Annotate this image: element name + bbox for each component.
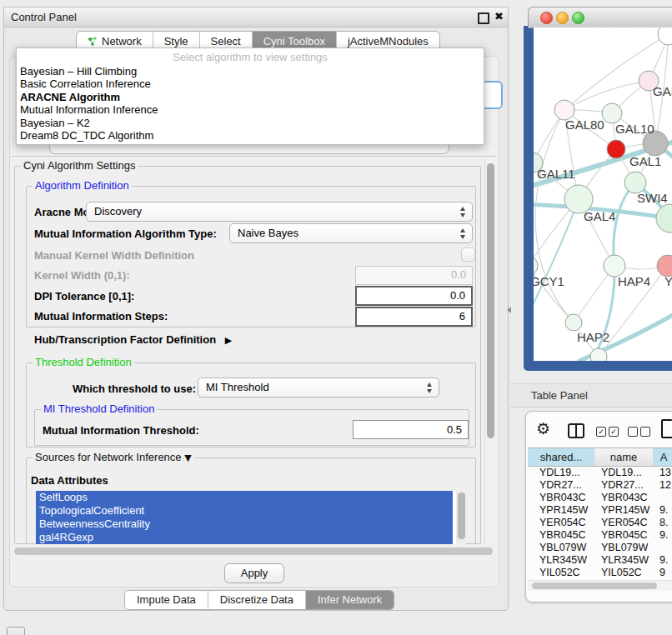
column-header-a[interactable]: A — [653, 448, 672, 467]
bottom-tab-impute-data[interactable]: Impute Data — [125, 591, 208, 609]
cell: 13 — [659, 467, 671, 479]
scrollbar-thumb[interactable] — [14, 548, 493, 555]
network-node[interactable] — [590, 348, 607, 361]
scrollbar-thumb[interactable] — [487, 163, 494, 438]
attribute-list-scrollbar[interactable] — [456, 491, 466, 544]
table-panel: ⚙ ✓ ✓ shared...nameA YDL19...YDL19...13Y… — [525, 411, 672, 602]
dpi-tolerance-label: DPI Tolerance [0,1]: — [34, 290, 134, 302]
algorithm-option-bayesian-k2[interactable]: Bayesian – K2 — [17, 117, 484, 129]
cell: YPR145W — [601, 504, 649, 517]
attribute-item-topologicalcoefficient[interactable]: TopologicalCoefficient — [36, 504, 453, 518]
node-label-gal11: GAL11 — [537, 167, 575, 181]
close-traffic-light-icon[interactable] — [540, 12, 553, 24]
scrollbar-thumb[interactable] — [532, 582, 657, 589]
cyni-bottom-tabs: Impute DataDiscretize DataInfer Network — [124, 590, 394, 610]
corner-button[interactable] — [7, 627, 25, 635]
settings-horizontal-scrollbar[interactable] — [13, 546, 496, 556]
hub-expander[interactable]: Hub/Transcription Factor Definition ▶ — [34, 333, 232, 346]
table-panel-header: Table Panel — [510, 383, 672, 408]
table-row[interactable]: YDL19...YDL19...13 — [528, 467, 672, 479]
table-row[interactable]: YER054CYER054C8. — [528, 517, 672, 529]
mi-threshold-title: MI Threshold Definition — [41, 403, 157, 415]
table-row[interactable]: YPR145WYPR145W9. — [528, 504, 672, 517]
apply-button[interactable]: Apply — [224, 563, 284, 583]
network-canvas[interactable]: GALGAL80GAL10GAL1GAL11SWI4GAL4GCY1HAP4YH… — [534, 28, 672, 361]
aracne-mode-combo[interactable]: Discovery — [86, 202, 473, 222]
network-node-gcy1[interactable] — [534, 256, 538, 276]
scrollbar-thumb[interactable] — [458, 492, 465, 539]
bottom-tab-discretize-data[interactable]: Discretize Data — [208, 591, 306, 609]
manual-kernel-checkbox[interactable] — [461, 248, 475, 262]
cell: 9 — [659, 567, 665, 576]
algorithm-option-bayesian-hill-climbing[interactable]: Bayesian – Hill Climbing — [17, 65, 484, 78]
hub-expander-label: Hub/Transcription Factor Definition — [34, 333, 216, 346]
table-row[interactable]: YLR345WYLR345W9. — [528, 554, 672, 567]
combo-stepper-icon — [427, 382, 433, 393]
cell: 9. — [659, 504, 668, 517]
algorithm-option-dream8-dc-tdc-algorithm[interactable]: Dream8 DC_TDC Algorithm — [17, 129, 484, 142]
network-edge — [534, 199, 579, 314]
node-label-hap4: HAP4 — [618, 274, 650, 288]
algorithm-option-aracne-algorithm[interactable]: ARACNE Algorithm — [17, 91, 484, 103]
control-panel-titlebar: Control Panel ✖ — [4, 8, 508, 28]
zoom-traffic-light-icon[interactable] — [572, 12, 584, 24]
cell: YBL079W — [601, 542, 648, 554]
gear-icon[interactable]: ⚙ — [536, 419, 550, 438]
cell: 12 — [659, 479, 671, 492]
data-attributes-list: SelfLoopsTopologicalCoefficientBetweenne… — [36, 491, 466, 544]
table-row[interactable]: YBL079WYBL079W — [528, 542, 672, 554]
algorithm-option-mutual-information-inference[interactable]: Mutual Information Inference — [17, 103, 484, 116]
node-label-swi4: SWI4 — [637, 191, 668, 205]
kernel-width-value: 0.0 — [451, 268, 466, 281]
kernel-width-label: Kernel Width (0,1): — [34, 269, 130, 282]
network-node-gal1[interactable] — [607, 140, 625, 158]
close-panel-icon[interactable]: ✖ — [494, 10, 504, 22]
attribute-item-selfloops[interactable]: SelfLoops — [36, 491, 453, 504]
sources-expander[interactable]: Sources for Network Inference ▼ — [33, 452, 194, 464]
column-header-name[interactable]: name — [594, 448, 654, 467]
cell: YER054C — [539, 517, 586, 529]
cell: YIL052C — [601, 567, 642, 576]
cell: YBL079W — [539, 542, 586, 554]
network-node-gal10[interactable] — [602, 103, 622, 123]
mi-threshold-label: Mutual Information Threshold: — [43, 424, 199, 437]
attribute-items: SelfLoopsTopologicalCoefficientBetweenne… — [36, 491, 466, 544]
mi-steps-label: Mutual Information Steps: — [34, 310, 168, 322]
network-node[interactable] — [658, 28, 672, 45]
cyni-settings-title: Cyni Algorithm Settings — [21, 160, 138, 172]
table-row[interactable]: YBR043CYBR043C — [528, 492, 672, 504]
select-all-checkboxes-icon[interactable]: ✓ ✓ — [596, 427, 619, 437]
file-icon[interactable] — [661, 419, 672, 438]
deselect-all-checkboxes-icon[interactable] — [628, 427, 650, 437]
float-window-icon[interactable] — [478, 12, 489, 24]
table-row[interactable]: YIL052CYIL052C9 — [528, 567, 672, 576]
mi-steps-value: 6 — [459, 310, 465, 322]
bottom-tab-infer-network[interactable]: Infer Network — [306, 591, 394, 609]
network-window-titlebar[interactable] — [528, 7, 672, 28]
network-node[interactable] — [656, 204, 672, 232]
attribute-item-betweennesscentrality[interactable]: BetweennessCentrality — [36, 518, 453, 531]
kernel-width-field[interactable]: 0.0 — [355, 266, 473, 285]
table-horizontal-scrollbar[interactable] — [528, 580, 672, 591]
network-graph-icon — [88, 36, 98, 47]
mi-type-combo[interactable]: Naive Bayes — [229, 223, 473, 243]
settings-vertical-scrollbar[interactable] — [484, 159, 495, 544]
column-header-shared[interactable]: shared... — [528, 448, 595, 467]
checked-box-icon: ✓ — [596, 427, 606, 437]
attribute-item-gal4rgexp[interactable]: gal4RGexp — [36, 531, 453, 544]
which-threshold-combo[interactable]: MI Threshold — [198, 378, 439, 398]
network-node-hap2[interactable] — [565, 314, 582, 331]
table-row[interactable]: YBR045CYBR045C9. — [528, 529, 672, 542]
network-graph[interactable]: GALGAL80GAL10GAL1GAL11SWI4GAL4GCY1HAP4YH… — [534, 28, 672, 361]
node-label-hap2: HAP2 — [577, 330, 609, 344]
minimize-traffic-light-icon[interactable] — [556, 12, 569, 24]
mi-steps-field[interactable]: 6 — [355, 307, 473, 327]
splitter-collapse-icon[interactable] — [507, 307, 511, 313]
mi-threshold-field[interactable]: 0.5 — [353, 420, 469, 439]
columns-icon[interactable] — [568, 423, 584, 438]
node-label-gal: GAL — [653, 84, 672, 98]
section-divider — [11, 156, 496, 157]
table-row[interactable]: YDR27...YDR27...12 — [528, 479, 672, 492]
dpi-tolerance-field[interactable]: 0.0 — [355, 286, 473, 306]
algorithm-option-basic-correlation-inference[interactable]: Basic Correlation Inference — [17, 78, 484, 90]
